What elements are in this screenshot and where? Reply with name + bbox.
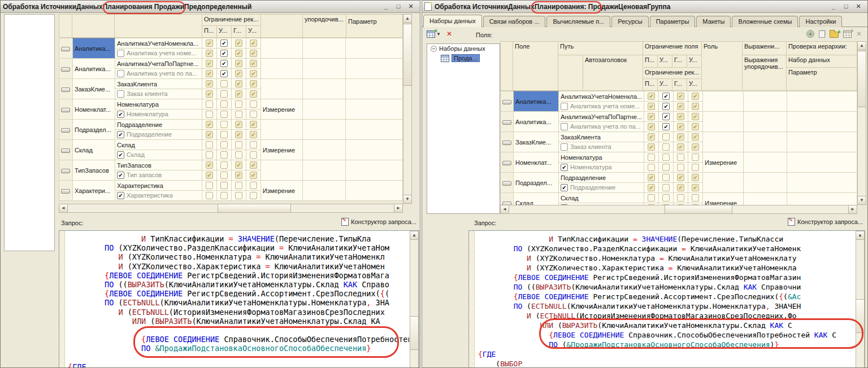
maximize-button[interactable]: □: [841, 2, 850, 11]
restriction-checkbox[interactable]: ✔: [220, 40, 228, 47]
restriction-checkbox[interactable]: [677, 194, 684, 201]
add-field-icon[interactable]: +: [806, 30, 814, 38]
hierarchy-cell[interactable]: [346, 181, 403, 201]
restriction-checkbox[interactable]: [220, 192, 228, 199]
title-checkbox[interactable]: [117, 90, 124, 98]
expression-cell[interactable]: [743, 152, 787, 173]
hierarchy-cell[interactable]: [787, 173, 857, 193]
restriction-checkbox[interactable]: [250, 100, 257, 108]
restriction-checkbox[interactable]: ✔: [235, 80, 242, 87]
query-vscrollbar[interactable]: ▲: [856, 231, 865, 368]
right-vscrollbar[interactable]: ▲ ▼: [857, 41, 866, 205]
row-handle-icon[interactable]: [61, 67, 70, 72]
path-title-cell[interactable]: ✔Номенклатура: [115, 109, 202, 120]
restriction-checkbox[interactable]: ✔: [677, 133, 684, 141]
scroll-thumb[interactable]: [218, 204, 291, 213]
restriction-checkbox[interactable]: ✔: [235, 161, 242, 169]
scroll-thumb[interactable]: [665, 205, 732, 214]
row-handle-icon[interactable]: [61, 189, 70, 194]
field-row[interactable]: Аналитика...АналитикаУчетаПоПартне...✔✔✔…: [501, 112, 857, 122]
field-row[interactable]: Подраздел...Подразделение✔✔✔: [501, 173, 857, 183]
role-cell[interactable]: Измерение: [702, 193, 743, 205]
restriction-checkbox[interactable]: ✔: [692, 93, 699, 100]
restriction-checkbox[interactable]: ✔: [692, 103, 699, 110]
field-name-cell[interactable]: ЗаказКлие...: [514, 132, 559, 152]
restriction-checkbox[interactable]: [250, 141, 257, 148]
field-row[interactable]: ЗаказКлие...ЗаказКлиента✔✔✔: [59, 79, 403, 89]
restriction-checkbox[interactable]: ✔: [235, 40, 242, 47]
field-name-cell[interactable]: Аналитика...: [72, 38, 115, 59]
restriction-checkbox[interactable]: [206, 151, 213, 159]
restriction-checkbox[interactable]: [250, 192, 257, 199]
tab-2[interactable]: Связи наборов ...: [483, 16, 546, 27]
scroll-right-button[interactable]: ►: [848, 205, 857, 214]
left-vscrollbar[interactable]: ▲ ▼: [403, 14, 412, 204]
field-row[interactable]: Характери...ХарактеристикаИзмерение: [59, 181, 403, 191]
restriction-checkbox[interactable]: [677, 154, 684, 161]
path-title-cell[interactable]: Аналитика учета номе...: [115, 49, 202, 59]
restriction-checkbox[interactable]: [220, 182, 228, 189]
restriction-checkbox[interactable]: ✔: [662, 123, 670, 130]
scroll-down-button[interactable]: ▼: [857, 196, 866, 205]
path-cell[interactable]: Подразделение: [115, 120, 202, 130]
title-checkbox[interactable]: ✔: [117, 192, 124, 199]
title-checkbox[interactable]: ✔: [561, 164, 568, 171]
title-checkbox[interactable]: [561, 143, 568, 151]
restriction-checkbox[interactable]: [220, 151, 228, 159]
restriction-checkbox[interactable]: [662, 164, 670, 171]
field-name-cell[interactable]: Подраздел...: [514, 173, 559, 193]
path-cell[interactable]: АналитикаУчетаПоПартне...: [115, 59, 202, 69]
row-handle-icon[interactable]: [502, 120, 511, 125]
field-row[interactable]: Номенклат...НоменклатураИзмерение: [59, 99, 403, 109]
hierarchy-cell[interactable]: [346, 79, 403, 99]
tree-item-datasets-root[interactable]: Наборы данных: [427, 44, 500, 53]
role-cell[interactable]: [702, 91, 743, 112]
hierarchy-cell[interactable]: [346, 160, 403, 181]
restriction-checkbox[interactable]: ✔: [206, 90, 213, 98]
restriction-checkbox[interactable]: ✔: [235, 60, 242, 67]
restriction-checkbox[interactable]: [648, 194, 655, 201]
restriction-checkbox[interactable]: ✔: [220, 70, 228, 77]
row-handle-icon[interactable]: [502, 141, 511, 145]
role-cell[interactable]: [261, 79, 302, 99]
path-cell[interactable]: ЗаказКлиента: [115, 79, 202, 89]
restriction-checkbox[interactable]: ✔: [648, 123, 655, 130]
restriction-checkbox[interactable]: ✔: [677, 93, 684, 100]
restriction-checkbox[interactable]: ✔: [662, 93, 670, 100]
restriction-checkbox[interactable]: [662, 184, 670, 191]
scroll-thumb[interactable]: [403, 24, 412, 86]
restriction-checkbox[interactable]: ✔: [648, 103, 655, 110]
query-vscrollbar[interactable]: ▲: [410, 231, 419, 368]
restriction-checkbox[interactable]: ✔: [206, 70, 213, 77]
path-cell[interactable]: АналитикаУчетаНоменкла...: [115, 38, 202, 49]
restriction-checkbox[interactable]: [662, 174, 670, 181]
restriction-checkbox[interactable]: [235, 111, 242, 118]
restriction-checkbox[interactable]: [648, 164, 655, 171]
field-row[interactable]: ТипЗапасовТипЗапасов✔✔✔: [59, 160, 403, 170]
role-cell[interactable]: Измерение: [702, 152, 743, 173]
restriction-checkbox[interactable]: ✔: [250, 90, 257, 98]
field-row[interactable]: Номенклат...НоменклатураИзмерение: [501, 152, 857, 163]
right-hscrollbar[interactable]: ◄ ►: [500, 205, 857, 214]
field-name-cell[interactable]: ТипЗапасов: [72, 160, 115, 181]
restriction-checkbox[interactable]: ✔: [250, 80, 257, 87]
restriction-checkbox[interactable]: [662, 154, 670, 161]
row-handle-icon[interactable]: [502, 100, 511, 104]
query-builder-link[interactable]: Конструктор запроса...: [788, 218, 863, 226]
restriction-checkbox[interactable]: [235, 151, 242, 159]
hierarchy-cell[interactable]: [346, 120, 403, 140]
title-checkbox[interactable]: [561, 123, 568, 130]
hierarchy-cell[interactable]: [787, 132, 857, 152]
path-title-cell[interactable]: ✔Подразделение: [115, 130, 202, 140]
tab-6[interactable]: Макеты: [696, 16, 731, 27]
restriction-checkbox[interactable]: ✔: [250, 131, 257, 138]
restriction-checkbox[interactable]: ✔: [677, 103, 684, 110]
role-cell[interactable]: [702, 112, 743, 132]
title-checkbox[interactable]: [117, 70, 124, 77]
scroll-up-button[interactable]: ▲: [410, 231, 419, 240]
field-row[interactable]: СкладСкладИзмерение: [501, 193, 857, 203]
path-cell[interactable]: ЗаказКлиента: [558, 132, 644, 142]
scroll-down-button[interactable]: ▼: [403, 195, 412, 204]
left-fields-table[interactable]: Аналитика...АналитикаУчетаНоменкла...✔✔✔…: [59, 38, 403, 201]
restriction-checkbox[interactable]: [235, 182, 242, 189]
